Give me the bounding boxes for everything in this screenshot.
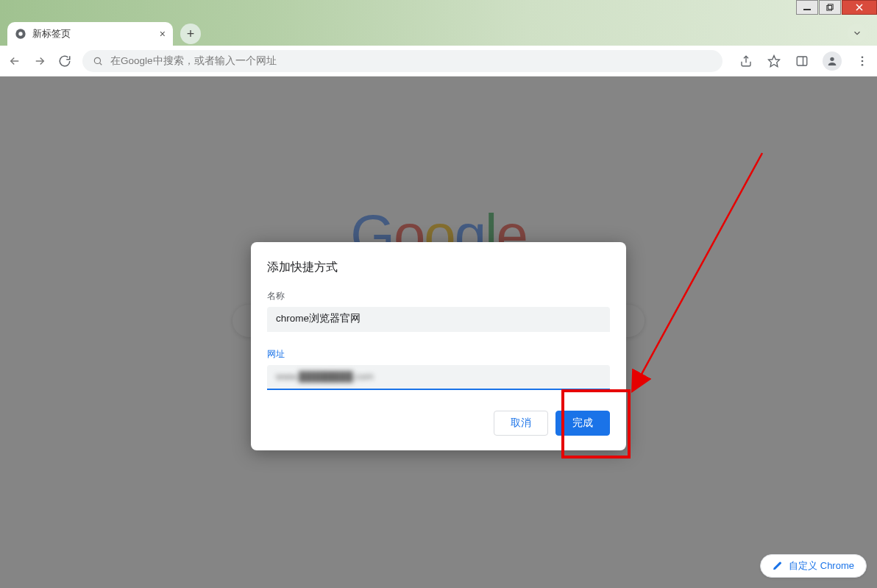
kebab-menu-icon[interactable]	[855, 54, 870, 68]
window-titlebar	[0, 0, 877, 19]
svg-point-15	[862, 60, 864, 62]
svg-point-5	[18, 32, 22, 35]
reload-button[interactable]	[57, 54, 72, 68]
customize-label: 自定义 Chrome	[789, 559, 854, 573]
svg-point-16	[862, 63, 864, 65]
tab-strip: 新标签页 × +	[0, 19, 877, 46]
svg-point-8	[94, 57, 100, 63]
customize-chrome-button[interactable]: 自定义 Chrome	[760, 554, 867, 578]
tab-title: 新标签页	[32, 28, 71, 40]
svg-rect-1	[828, 4, 834, 10]
search-icon	[93, 56, 103, 66]
page-content: Google 添加快捷方式 名称 网址 www.████████.com 取消 …	[0, 77, 877, 588]
omnibox[interactable]: 在Google中搜索，或者输入一个网址	[82, 50, 722, 72]
annotation-highlight-box	[561, 389, 631, 458]
profile-avatar[interactable]	[823, 52, 842, 71]
svg-marker-10	[769, 55, 780, 66]
omnibox-placeholder: 在Google中搜索，或者输入一个网址	[110, 54, 277, 68]
svg-rect-11	[797, 57, 807, 65]
window-close-button[interactable]	[842, 0, 877, 15]
name-input[interactable]	[267, 307, 610, 332]
forward-button[interactable]	[32, 54, 47, 68]
back-button[interactable]	[7, 54, 22, 68]
svg-rect-0	[827, 6, 832, 11]
name-field-label: 名称	[267, 290, 610, 302]
url-value-blurred: www.████████.com	[267, 371, 374, 382]
new-tab-button[interactable]: +	[180, 24, 201, 44]
cancel-button[interactable]: 取消	[494, 411, 548, 436]
tab-search-button[interactable]	[848, 24, 867, 43]
svg-point-14	[862, 56, 864, 58]
bookmark-star-icon[interactable]	[767, 54, 781, 68]
dialog-title: 添加快捷方式	[267, 260, 610, 275]
svg-line-9	[99, 63, 102, 65]
window-maximize-button[interactable]	[819, 0, 841, 15]
tab-close-icon[interactable]: ×	[160, 28, 166, 40]
browser-tab[interactable]: 新标签页 ×	[7, 22, 173, 46]
share-icon[interactable]	[739, 54, 753, 68]
side-panel-icon[interactable]	[795, 54, 809, 68]
window-minimize-button[interactable]	[796, 0, 818, 15]
svg-point-13	[830, 57, 834, 60]
pencil-icon	[773, 561, 783, 571]
browser-toolbar: 在Google中搜索，或者输入一个网址	[0, 46, 877, 77]
chrome-favicon-icon	[15, 28, 26, 40]
url-field-label: 网址	[267, 348, 610, 361]
